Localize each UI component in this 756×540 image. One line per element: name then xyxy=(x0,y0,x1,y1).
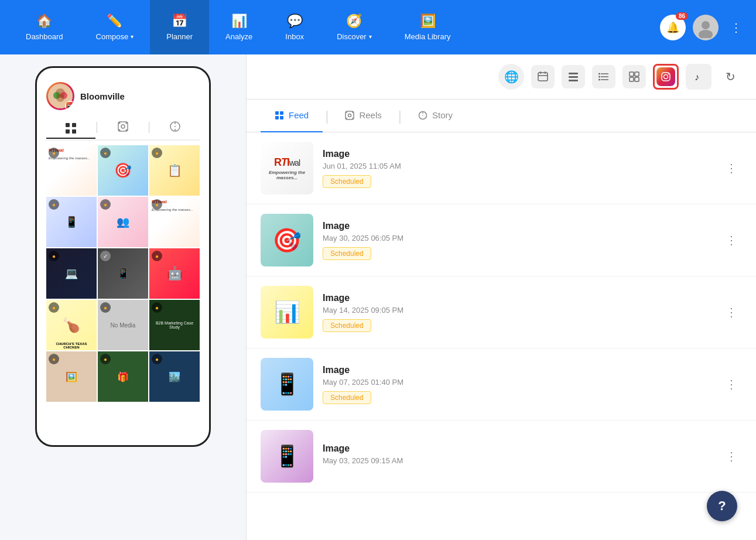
post-more-button[interactable]: ⋮ xyxy=(721,156,742,180)
more-options-button[interactable]: ⋮ xyxy=(726,16,747,39)
post-more-button[interactable]: ⋮ xyxy=(721,228,742,252)
nav-item-analyze[interactable]: 📊 Analyze xyxy=(209,0,269,54)
tiktok-platform-button[interactable]: ♪ xyxy=(686,64,711,90)
calendar-view-button[interactable] xyxy=(531,65,555,88)
nav-item-compose[interactable]: ✏️ Compose ▾ xyxy=(80,0,150,54)
notification-button[interactable]: 🔔 86 xyxy=(660,15,686,40)
svg-point-41 xyxy=(668,74,669,75)
svg-rect-44 xyxy=(280,111,283,115)
grid-item-12: ● B2B Marketing Case Study xyxy=(149,300,200,350)
tiktok-icon: ♪ xyxy=(692,70,705,83)
nav-item-inbox[interactable]: 💬 Inbox xyxy=(269,0,320,54)
post-status-badge: Scheduled xyxy=(323,319,371,332)
media-library-icon: 🖼️ xyxy=(420,13,436,29)
grid-item-15: ● 🏙️ xyxy=(149,351,200,402)
post-more-button[interactable]: ⋮ xyxy=(721,445,742,468)
grid-item-11: ● No Media xyxy=(98,300,148,350)
svg-point-7 xyxy=(56,94,64,102)
tab-feed[interactable]: Feed xyxy=(261,100,323,132)
posts-list: RTIwal Empowering the masses... Image Ju… xyxy=(247,132,756,540)
svg-point-1 xyxy=(702,21,710,29)
svg-point-40 xyxy=(664,75,668,79)
calendar-icon xyxy=(537,71,549,83)
svg-rect-11 xyxy=(72,129,76,134)
story-tab-label: Story xyxy=(432,110,453,120)
story-icon xyxy=(418,111,427,120)
top-nav: 🏠 Dashboard ✏️ Compose ▾ 📅 Planner 📊 Ana… xyxy=(0,0,756,54)
svg-point-34 xyxy=(598,79,600,81)
toolbar: 🌐 xyxy=(247,54,756,100)
svg-point-33 xyxy=(598,76,600,78)
svg-point-52 xyxy=(352,118,353,119)
svg-rect-36 xyxy=(635,72,639,76)
post-more-button[interactable]: ⋮ xyxy=(721,300,742,324)
svg-point-19 xyxy=(175,126,176,127)
nav-item-dashboard[interactable]: 🏠 Dashboard xyxy=(9,0,80,54)
grid-item-10: ● 🍗 CHURCH'S TEXAS CHICKEN xyxy=(46,300,97,350)
phone-tabs: | | xyxy=(46,117,200,141)
nav-item-planner[interactable]: 📅 Planner xyxy=(150,0,209,54)
post-status-badge: Scheduled xyxy=(323,391,371,404)
post-date: May 07, 2025 01:40 PM xyxy=(323,378,711,387)
grid-item-9: ● 🤖 xyxy=(149,248,200,299)
tab-reels[interactable]: Reels xyxy=(331,100,395,132)
analyze-icon: 📊 xyxy=(231,13,247,29)
post-type: Image xyxy=(323,149,711,159)
grid-item-8: ✓ 📱 xyxy=(98,248,148,299)
phone-profile: 📷 Bloomville xyxy=(46,77,200,117)
svg-point-50 xyxy=(352,112,353,113)
svg-point-54 xyxy=(422,115,423,116)
grid-view-button[interactable] xyxy=(622,65,646,88)
phone-tab-grid[interactable] xyxy=(46,119,95,139)
svg-rect-28 xyxy=(569,80,578,81)
phone-tab-story[interactable] xyxy=(150,117,200,136)
instagram-platform-button[interactable] xyxy=(653,64,679,90)
nav-item-discover[interactable]: 🧭 Discover ▾ xyxy=(320,0,388,54)
grid-item-2: ● 🎯 xyxy=(98,145,148,196)
post-info: Image May 30, 2025 06:05 PM Scheduled xyxy=(323,221,711,260)
svg-point-15 xyxy=(125,122,127,124)
grid-view-icon xyxy=(628,71,640,83)
post-item: RTIwal Empowering the masses... Image Ju… xyxy=(247,132,756,204)
globe-icon: 🌐 xyxy=(504,70,519,84)
content-area: 📷 Bloomville | | xyxy=(0,54,756,540)
svg-rect-27 xyxy=(569,76,578,78)
nav-label-compose: Compose xyxy=(96,32,129,41)
refresh-button[interactable]: ↻ xyxy=(719,65,742,88)
svg-rect-35 xyxy=(630,72,634,76)
svg-rect-26 xyxy=(569,73,578,74)
post-status-badge: Scheduled xyxy=(323,247,371,260)
post-thumbnail: 📊 xyxy=(261,286,313,339)
post-date: May 03, 2025 09:15 AM xyxy=(323,456,711,465)
grid-item-6: ● RTIwal Empowering the masses... xyxy=(149,197,200,247)
tab-story[interactable]: Story xyxy=(404,100,467,132)
nav-item-media-library[interactable]: 🖼️ Media Library xyxy=(388,0,467,54)
post-type: Image xyxy=(323,443,711,454)
discover-chevron-icon: ▾ xyxy=(369,33,372,40)
post-info: Image May 07, 2025 01:40 PM Scheduled xyxy=(323,365,711,404)
feed-tabs: Feed | Reels | Story xyxy=(247,100,756,132)
svg-point-49 xyxy=(346,112,347,113)
week-view-button[interactable] xyxy=(562,65,585,88)
list-view-icon xyxy=(598,71,610,83)
svg-rect-46 xyxy=(280,116,283,119)
nav-label-analyze: Analyze xyxy=(225,32,252,41)
post-item: 📊 Image May 14, 2025 09:05 PM Scheduled … xyxy=(247,276,756,348)
nav-label-planner: Planner xyxy=(166,32,193,41)
svg-point-14 xyxy=(118,122,120,124)
grid-item-1: ● RTIwal Empowering the masses... xyxy=(46,145,97,196)
post-date: May 14, 2025 09:05 PM xyxy=(323,306,711,315)
list-view-button[interactable] xyxy=(592,65,615,88)
phone-tab-reels[interactable] xyxy=(98,117,148,136)
post-info: Image May 14, 2025 09:05 PM Scheduled xyxy=(323,293,711,332)
instagram-icon xyxy=(656,67,675,86)
svg-point-48 xyxy=(348,114,351,117)
user-avatar-button[interactable] xyxy=(693,15,719,40)
post-more-button[interactable]: ⋮ xyxy=(721,372,742,396)
post-item: 🎯 Image May 30, 2025 06:05 PM Scheduled … xyxy=(247,204,756,276)
reels-tab-label: Reels xyxy=(359,110,381,120)
svg-point-13 xyxy=(121,125,125,128)
feed-grid-icon xyxy=(275,111,284,120)
globe-view-button[interactable]: 🌐 xyxy=(498,64,524,90)
help-button[interactable]: ? xyxy=(707,491,737,521)
